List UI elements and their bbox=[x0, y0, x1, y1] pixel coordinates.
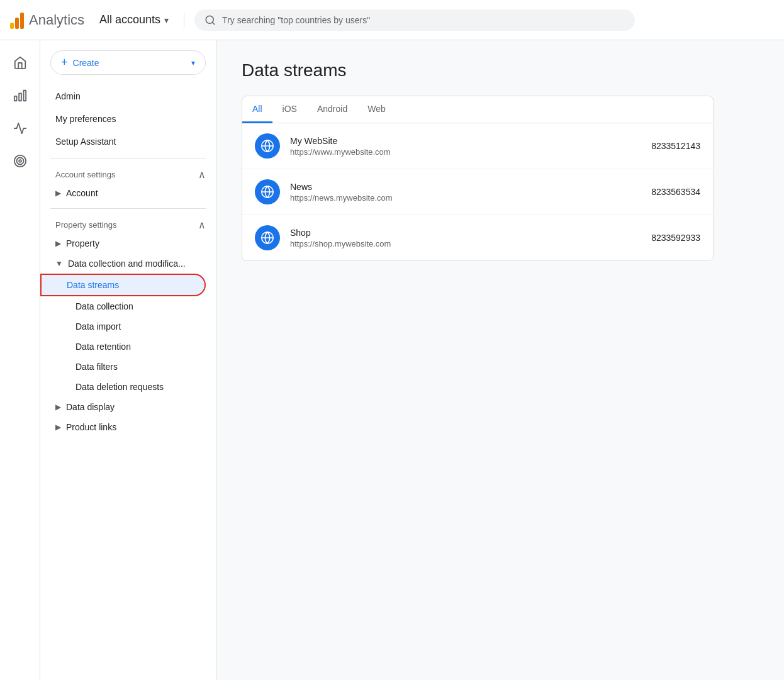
stream-id-2: 8233592933 bbox=[651, 233, 700, 243]
admin-item[interactable]: Admin bbox=[40, 85, 216, 108]
svg-point-7 bbox=[19, 160, 21, 162]
search-placeholder: Try searching "top countries by users" bbox=[222, 15, 370, 25]
web-tab[interactable]: Web bbox=[357, 96, 396, 123]
stream-url-1: https://news.mywebsite.com bbox=[290, 193, 641, 203]
chevron-down-icon: ▾ bbox=[164, 15, 169, 25]
create-label: Create bbox=[73, 58, 99, 68]
data-collection-label: Data collection bbox=[76, 301, 133, 311]
expand-arrow-icon-3: ▶ bbox=[55, 403, 61, 411]
data-deletion-label: Data deletion requests bbox=[76, 382, 164, 392]
divider-1 bbox=[50, 158, 206, 159]
expand-arrow-icon-2: ▶ bbox=[55, 239, 61, 248]
account-selector[interactable]: All accounts ▾ bbox=[94, 9, 174, 30]
setup-label: Setup Assistant bbox=[55, 137, 116, 147]
svg-rect-4 bbox=[14, 96, 16, 101]
account-selector-label: All accounts bbox=[99, 13, 160, 26]
data-display-label: Data display bbox=[66, 402, 115, 412]
stream-url-2: https://shop.mywebsite.com bbox=[290, 239, 641, 248]
stream-url-0: https://www.mywebsite.com bbox=[290, 147, 641, 157]
activity-icon[interactable] bbox=[5, 113, 35, 143]
account-settings-header[interactable]: Account settings ∧ bbox=[40, 164, 216, 183]
stream-name-0: My WebSite bbox=[290, 136, 641, 146]
property-settings-label: Property settings bbox=[55, 220, 117, 230]
search-icon bbox=[204, 14, 216, 26]
stream-name-1: News bbox=[290, 182, 641, 192]
property-nav-item[interactable]: ▶ Property bbox=[40, 233, 216, 254]
data-display-nav-item[interactable]: ▶ Data display bbox=[40, 397, 216, 417]
topbar: Analytics All accounts ▾ Try searching "… bbox=[0, 0, 784, 40]
globe-icon-1 bbox=[255, 179, 280, 204]
account-nav-item[interactable]: ▶ Account bbox=[40, 183, 216, 203]
streams-card: All iOS Android Web bbox=[242, 96, 714, 261]
chevron-up-icon: ∧ bbox=[198, 169, 206, 181]
target-icon[interactable] bbox=[5, 146, 35, 176]
android-tab[interactable]: Android bbox=[307, 96, 357, 123]
stream-info-0: My WebSite https://www.mywebsite.com bbox=[290, 136, 641, 157]
divider-2 bbox=[50, 208, 206, 209]
stream-id-1: 8233563534 bbox=[651, 187, 700, 197]
data-import-label: Data import bbox=[76, 321, 121, 332]
product-links-nav-item[interactable]: ▶ Product links bbox=[40, 417, 216, 437]
data-collection-nav-label: Data collection and modifica... bbox=[68, 259, 186, 269]
chevron-down-icon: ▾ bbox=[191, 59, 195, 67]
property-nav-label: Property bbox=[66, 238, 99, 248]
data-deletion-item[interactable]: Data deletion requests bbox=[40, 377, 216, 397]
bar-chart-icon[interactable] bbox=[5, 81, 35, 111]
account-settings-label: Account settings bbox=[55, 170, 115, 179]
data-streams-item[interactable]: Data streams bbox=[40, 274, 206, 296]
svg-rect-2 bbox=[23, 91, 26, 101]
stream-row-2[interactable]: Shop https://shop.mywebsite.com 82335929… bbox=[242, 215, 713, 260]
icon-rail bbox=[0, 40, 40, 680]
data-filters-label: Data filters bbox=[76, 362, 118, 372]
app-name: Analytics bbox=[29, 12, 84, 28]
home-icon[interactable] bbox=[5, 48, 35, 78]
data-retention-item[interactable]: Data retention bbox=[40, 337, 216, 357]
all-tab[interactable]: All bbox=[242, 96, 272, 123]
ios-tab[interactable]: iOS bbox=[272, 96, 307, 123]
stream-name-2: Shop bbox=[290, 228, 641, 238]
stream-id-0: 8233512143 bbox=[651, 141, 700, 151]
tabs-bar: All iOS Android Web bbox=[242, 96, 713, 123]
stream-row-1[interactable]: News https://news.mywebsite.com 82335635… bbox=[242, 169, 713, 215]
account-nav-label: Account bbox=[66, 188, 98, 198]
expand-arrow-icon-4: ▶ bbox=[55, 423, 61, 432]
globe-icon-0 bbox=[255, 133, 280, 159]
property-settings-header[interactable]: Property settings ∧ bbox=[40, 214, 216, 233]
data-collection-item[interactable]: Data collection bbox=[40, 296, 216, 316]
svg-line-1 bbox=[213, 22, 215, 24]
collapse-arrow-icon: ▼ bbox=[55, 259, 63, 268]
create-button[interactable]: + Create ▾ bbox=[50, 50, 206, 75]
product-links-label: Product links bbox=[66, 422, 116, 432]
expand-arrow-icon: ▶ bbox=[55, 189, 61, 198]
plus-icon: + bbox=[61, 56, 68, 69]
stream-row-0[interactable]: My WebSite https://www.mywebsite.com 823… bbox=[242, 123, 713, 169]
sidebar: + Create ▾ Admin My preferences Setup As… bbox=[40, 40, 216, 680]
stream-info-1: News https://news.mywebsite.com bbox=[290, 182, 641, 203]
data-import-item[interactable]: Data import bbox=[40, 316, 216, 337]
preferences-label: My preferences bbox=[55, 114, 116, 124]
page-title: Data streams bbox=[242, 60, 759, 81]
main-layout: + Create ▾ Admin My preferences Setup As… bbox=[0, 40, 784, 680]
data-collection-nav-item[interactable]: ▼ Data collection and modifica... bbox=[40, 254, 216, 274]
svg-point-6 bbox=[16, 158, 23, 165]
stream-info-2: Shop https://shop.mywebsite.com bbox=[290, 228, 641, 248]
svg-rect-3 bbox=[19, 93, 21, 101]
topbar-divider bbox=[184, 13, 184, 28]
chevron-up-icon-2: ∧ bbox=[198, 219, 206, 231]
globe-icon-2 bbox=[255, 225, 280, 250]
data-retention-label: Data retention bbox=[76, 342, 131, 352]
setup-item[interactable]: Setup Assistant bbox=[40, 130, 216, 153]
logo-bars-icon bbox=[10, 11, 24, 29]
admin-label: Admin bbox=[55, 91, 81, 101]
data-streams-label: Data streams bbox=[67, 280, 119, 290]
data-filters-item[interactable]: Data filters bbox=[40, 357, 216, 377]
main-content: Data streams All iOS Android Web bbox=[216, 40, 784, 680]
app-logo: Analytics bbox=[10, 11, 89, 29]
preferences-item[interactable]: My preferences bbox=[40, 108, 216, 130]
search-bar[interactable]: Try searching "top countries by users" bbox=[194, 9, 635, 31]
